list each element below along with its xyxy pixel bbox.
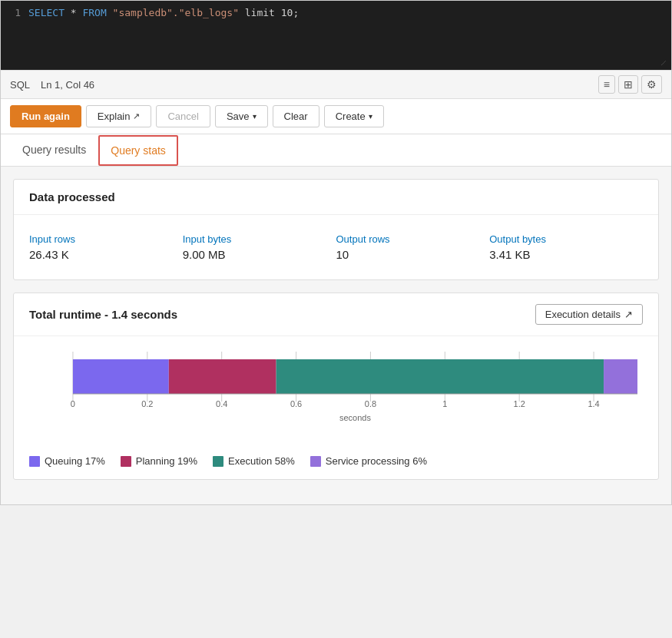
input-rows-stat: Input rows 26.43 K: [29, 227, 183, 267]
legend-queuing-label: Queuing 17%: [45, 455, 105, 467]
line-number: 1: [1, 7, 28, 18]
editor-line-1: 1 SELECT * FROM "sampledb"."elb_logs" li…: [1, 7, 671, 18]
save-dropdown-arrow: ▾: [253, 112, 257, 121]
chart-svg: 0 0.2 0.4 0.6 0.8 1 1.2 1.4 seconds: [29, 352, 643, 436]
runtime-chart: 0 0.2 0.4 0.6 0.8 1 1.2 1.4 seconds: [14, 336, 658, 446]
input-rows-value: 26.43 K: [29, 248, 183, 261]
svg-text:0.6: 0.6: [290, 399, 302, 408]
chart-legend: Queuing 17% Planning 19% Execution 58% S…: [14, 446, 658, 479]
editor-status: SQL Ln 1, Col 46: [10, 79, 94, 91]
svg-text:1.2: 1.2: [514, 399, 525, 408]
resize-handle[interactable]: ⟋: [659, 58, 668, 68]
output-bytes-stat: Output bytes 3.41 KB: [489, 227, 643, 267]
data-processed-body: Input rows 26.43 K Input bytes 9.00 MB O…: [14, 215, 658, 279]
create-button[interactable]: Create ▾: [324, 105, 384, 127]
input-bytes-stat: Input bytes 9.00 MB: [183, 227, 336, 267]
legend-service-processing: Service processing 6%: [310, 455, 427, 467]
runtime-header: Total runtime - 1.4 seconds Execution de…: [14, 293, 658, 336]
service-processing-bar: [604, 359, 637, 394]
planning-bar: [169, 359, 276, 394]
explain-button[interactable]: Explain ↗: [86, 105, 152, 127]
cancel-button[interactable]: Cancel: [156, 105, 210, 127]
output-bytes-value: 3.41 KB: [489, 248, 643, 261]
legend-planning: Planning 19%: [121, 455, 197, 467]
explain-external-icon: ↗: [133, 111, 140, 121]
svg-text:0.2: 0.2: [141, 399, 153, 408]
legend-execution-color: [213, 456, 223, 467]
output-rows-stat: Output rows 10: [336, 227, 490, 267]
grid-button[interactable]: ⊞: [618, 75, 638, 94]
run-again-button[interactable]: Run again: [10, 105, 81, 127]
legend-planning-color: [121, 456, 131, 467]
execution-bar: [276, 359, 604, 394]
output-rows-label: Output rows: [336, 233, 490, 245]
editor-language: SQL: [10, 79, 30, 91]
save-button[interactable]: Save ▾: [215, 105, 268, 127]
svg-text:0.4: 0.4: [216, 399, 227, 408]
tab-query-stats[interactable]: Query stats: [98, 135, 178, 166]
input-bytes-value: 9.00 MB: [183, 248, 336, 261]
svg-text:0: 0: [71, 399, 75, 408]
code-editor[interactable]: 1 SELECT * FROM "sampledb"."elb_logs" li…: [1, 1, 671, 70]
legend-planning-label: Planning 19%: [136, 455, 197, 467]
toolbar: Run again Explain ↗ Cancel Save ▾ Clear …: [1, 99, 671, 134]
data-processed-card: Data processed Input rows 26.43 K Input …: [13, 179, 659, 280]
legend-queuing-color: [29, 456, 40, 467]
input-bytes-label: Input bytes: [183, 233, 336, 245]
code-content: SELECT * FROM "sampledb"."elb_logs" limi…: [28, 7, 299, 18]
legend-service-processing-label: Service processing 6%: [326, 455, 427, 467]
legend-execution-label: Execution 58%: [228, 455, 295, 467]
svg-text:1.4: 1.4: [588, 399, 599, 408]
clear-button[interactable]: Clear: [273, 105, 319, 127]
input-rows-label: Input rows: [29, 233, 183, 245]
settings-button[interactable]: ⚙: [641, 75, 662, 94]
tabs-bar: Query results Query stats: [1, 134, 671, 167]
svg-text:1: 1: [442, 399, 447, 408]
stats-grid: Input rows 26.43 K Input bytes 9.00 MB O…: [29, 227, 643, 267]
create-dropdown-arrow: ▾: [369, 112, 372, 121]
legend-execution: Execution 58%: [213, 455, 295, 467]
tab-query-results[interactable]: Query results: [10, 134, 98, 167]
runtime-title: Total runtime - 1.4 seconds: [29, 308, 177, 321]
legend-service-processing-color: [310, 456, 321, 467]
status-bar: SQL Ln 1, Col 46 ≡ ⊞ ⚙: [1, 70, 671, 99]
legend-queuing: Queuing 17%: [29, 455, 105, 467]
svg-text:seconds: seconds: [339, 413, 371, 422]
output-rows-value: 10: [336, 248, 490, 261]
format-button[interactable]: ≡: [598, 75, 615, 94]
editor-cursor: Ln 1, Col 46: [41, 79, 94, 91]
output-bytes-label: Output bytes: [489, 233, 643, 245]
status-action-buttons: ≡ ⊞ ⚙: [598, 75, 662, 94]
queuing-bar: [73, 359, 169, 394]
data-processed-title: Data processed: [14, 180, 658, 215]
svg-text:0.8: 0.8: [365, 399, 376, 408]
execution-details-button[interactable]: Execution details ↗: [535, 304, 643, 325]
execution-details-external-icon: ↗: [624, 309, 633, 320]
content-area: Data processed Input rows 26.43 K Input …: [1, 167, 671, 504]
runtime-card: Total runtime - 1.4 seconds Execution de…: [13, 293, 659, 480]
